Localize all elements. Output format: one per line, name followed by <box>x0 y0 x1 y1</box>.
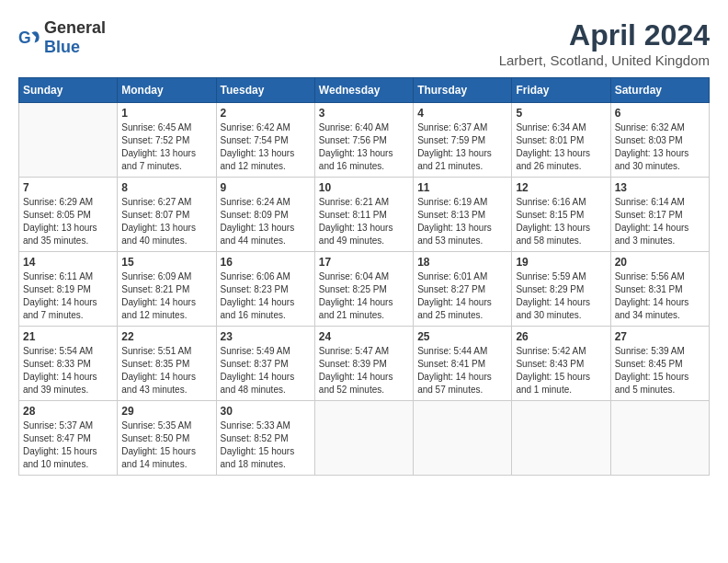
day-number: 14 <box>23 256 113 269</box>
day-cell: 24Sunrise: 5:47 AMSunset: 8:39 PMDayligh… <box>314 327 413 401</box>
day-number: 18 <box>417 256 507 269</box>
day-detail: Sunrise: 6:29 AMSunset: 8:05 PMDaylight:… <box>23 196 113 247</box>
day-number: 5 <box>516 107 606 120</box>
day-cell: 7Sunrise: 6:29 AMSunset: 8:05 PMDaylight… <box>19 178 118 252</box>
day-detail: Sunrise: 6:45 AMSunset: 7:52 PMDaylight:… <box>121 121 211 173</box>
day-cell: 27Sunrise: 5:39 AMSunset: 8:45 PMDayligh… <box>610 327 709 401</box>
day-detail: Sunrise: 6:11 AMSunset: 8:19 PMDaylight:… <box>23 270 113 322</box>
day-detail: Sunrise: 6:16 AMSunset: 8:15 PMDaylight:… <box>516 196 606 247</box>
day-number: 30 <box>221 405 311 418</box>
day-cell <box>512 401 610 476</box>
day-number: 27 <box>615 330 705 343</box>
day-detail: Sunrise: 6:37 AMSunset: 7:59 PMDaylight:… <box>417 121 507 173</box>
week-row-3: 14Sunrise: 6:11 AMSunset: 8:19 PMDayligh… <box>19 252 710 327</box>
day-detail: Sunrise: 5:51 AMSunset: 8:35 PMDaylight:… <box>121 345 211 396</box>
day-cell: 13Sunrise: 6:14 AMSunset: 8:17 PMDayligh… <box>610 178 709 252</box>
day-detail: Sunrise: 5:59 AMSunset: 8:29 PMDaylight:… <box>516 270 606 322</box>
day-number: 13 <box>615 181 705 194</box>
day-cell <box>610 401 709 476</box>
day-cell: 26Sunrise: 5:42 AMSunset: 8:43 PMDayligh… <box>512 327 610 401</box>
day-number: 19 <box>516 256 606 269</box>
day-cell: 16Sunrise: 6:06 AMSunset: 8:23 PMDayligh… <box>216 252 314 327</box>
day-number: 29 <box>121 405 211 418</box>
day-detail: Sunrise: 5:47 AMSunset: 8:39 PMDaylight:… <box>319 345 409 396</box>
day-detail: Sunrise: 5:54 AMSunset: 8:33 PMDaylight:… <box>23 345 113 396</box>
day-number: 24 <box>319 330 409 343</box>
day-detail: Sunrise: 6:01 AMSunset: 8:27 PMDaylight:… <box>417 270 507 322</box>
day-cell: 2Sunrise: 6:42 AMSunset: 7:54 PMDaylight… <box>216 103 314 178</box>
day-number: 22 <box>121 330 211 343</box>
week-row-1: 1Sunrise: 6:45 AMSunset: 7:52 PMDaylight… <box>19 103 710 178</box>
day-number: 17 <box>319 256 409 269</box>
day-number: 3 <box>319 107 409 120</box>
day-detail: Sunrise: 6:24 AMSunset: 8:09 PMDaylight:… <box>221 196 311 247</box>
day-cell <box>19 103 118 178</box>
week-row-5: 28Sunrise: 5:37 AMSunset: 8:47 PMDayligh… <box>19 401 710 476</box>
day-cell: 4Sunrise: 6:37 AMSunset: 7:59 PMDaylight… <box>414 103 512 178</box>
svg-text:G: G <box>18 29 31 47</box>
day-detail: Sunrise: 6:27 AMSunset: 8:07 PMDaylight:… <box>121 196 211 247</box>
day-number: 23 <box>221 330 311 343</box>
day-number: 1 <box>121 107 211 120</box>
day-cell: 19Sunrise: 5:59 AMSunset: 8:29 PMDayligh… <box>512 252 610 327</box>
day-cell: 5Sunrise: 6:34 AMSunset: 8:01 PMDaylight… <box>512 103 610 178</box>
day-number: 4 <box>417 107 507 120</box>
day-detail: Sunrise: 6:09 AMSunset: 8:21 PMDaylight:… <box>121 270 211 322</box>
day-detail: Sunrise: 6:04 AMSunset: 8:25 PMDaylight:… <box>319 270 409 322</box>
page-header: G General Blue April 2024 Larbert, Scotl… <box>18 18 710 68</box>
day-number: 7 <box>23 181 113 194</box>
day-cell <box>414 401 512 476</box>
day-detail: Sunrise: 5:49 AMSunset: 8:37 PMDaylight:… <box>221 345 311 396</box>
day-cell: 17Sunrise: 6:04 AMSunset: 8:25 PMDayligh… <box>314 252 413 327</box>
day-detail: Sunrise: 5:44 AMSunset: 8:41 PMDaylight:… <box>417 345 507 396</box>
day-cell: 3Sunrise: 6:40 AMSunset: 7:56 PMDaylight… <box>314 103 413 178</box>
week-row-4: 21Sunrise: 5:54 AMSunset: 8:33 PMDayligh… <box>19 327 710 401</box>
day-cell: 6Sunrise: 6:32 AMSunset: 8:03 PMDaylight… <box>610 103 709 178</box>
column-header-saturday: Saturday <box>610 78 709 103</box>
calendar-table: SundayMondayTuesdayWednesdayThursdayFrid… <box>18 77 710 476</box>
column-header-monday: Monday <box>118 78 216 103</box>
day-cell: 21Sunrise: 5:54 AMSunset: 8:33 PMDayligh… <box>19 327 118 401</box>
day-cell: 14Sunrise: 6:11 AMSunset: 8:19 PMDayligh… <box>19 252 118 327</box>
day-detail: Sunrise: 5:56 AMSunset: 8:31 PMDaylight:… <box>615 270 705 322</box>
day-detail: Sunrise: 6:34 AMSunset: 8:01 PMDaylight:… <box>516 121 606 173</box>
day-cell: 20Sunrise: 5:56 AMSunset: 8:31 PMDayligh… <box>610 252 709 327</box>
day-detail: Sunrise: 5:33 AMSunset: 8:52 PMDaylight:… <box>221 419 311 471</box>
day-number: 15 <box>121 256 211 269</box>
column-header-wednesday: Wednesday <box>314 78 413 103</box>
column-header-thursday: Thursday <box>414 78 512 103</box>
day-detail: Sunrise: 6:42 AMSunset: 7:54 PMDaylight:… <box>221 121 311 173</box>
day-detail: Sunrise: 5:39 AMSunset: 8:45 PMDaylight:… <box>615 345 705 396</box>
day-detail: Sunrise: 6:32 AMSunset: 8:03 PMDaylight:… <box>615 121 705 173</box>
logo-general: General <box>44 18 106 37</box>
day-number: 28 <box>23 405 113 418</box>
day-cell: 1Sunrise: 6:45 AMSunset: 7:52 PMDaylight… <box>118 103 216 178</box>
day-cell: 18Sunrise: 6:01 AMSunset: 8:27 PMDayligh… <box>414 252 512 327</box>
day-cell: 29Sunrise: 5:35 AMSunset: 8:50 PMDayligh… <box>118 401 216 476</box>
day-number: 25 <box>417 330 507 343</box>
day-detail: Sunrise: 6:21 AMSunset: 8:11 PMDaylight:… <box>319 196 409 247</box>
day-detail: Sunrise: 6:19 AMSunset: 8:13 PMDaylight:… <box>417 196 507 247</box>
day-cell: 23Sunrise: 5:49 AMSunset: 8:37 PMDayligh… <box>216 327 314 401</box>
day-detail: Sunrise: 6:14 AMSunset: 8:17 PMDaylight:… <box>615 196 705 247</box>
week-row-2: 7Sunrise: 6:29 AMSunset: 8:05 PMDaylight… <box>19 178 710 252</box>
day-number: 20 <box>615 256 705 269</box>
day-cell: 30Sunrise: 5:33 AMSunset: 8:52 PMDayligh… <box>216 401 314 476</box>
logo-icon: G <box>18 27 40 49</box>
day-cell: 12Sunrise: 6:16 AMSunset: 8:15 PMDayligh… <box>512 178 610 252</box>
day-cell: 11Sunrise: 6:19 AMSunset: 8:13 PMDayligh… <box>414 178 512 252</box>
title-area: April 2024 Larbert, Scotland, United Kin… <box>499 18 710 68</box>
day-number: 10 <box>319 181 409 194</box>
column-header-sunday: Sunday <box>19 78 118 103</box>
day-cell: 28Sunrise: 5:37 AMSunset: 8:47 PMDayligh… <box>19 401 118 476</box>
day-number: 16 <box>221 256 311 269</box>
column-header-tuesday: Tuesday <box>216 78 314 103</box>
day-detail: Sunrise: 6:40 AMSunset: 7:56 PMDaylight:… <box>319 121 409 173</box>
day-cell <box>314 401 413 476</box>
logo-blue: Blue <box>44 38 80 56</box>
header-row: SundayMondayTuesdayWednesdayThursdayFrid… <box>19 78 710 103</box>
day-detail: Sunrise: 6:06 AMSunset: 8:23 PMDaylight:… <box>221 270 311 322</box>
location: Larbert, Scotland, United Kingdom <box>499 52 710 68</box>
day-number: 11 <box>417 181 507 194</box>
day-cell: 25Sunrise: 5:44 AMSunset: 8:41 PMDayligh… <box>414 327 512 401</box>
